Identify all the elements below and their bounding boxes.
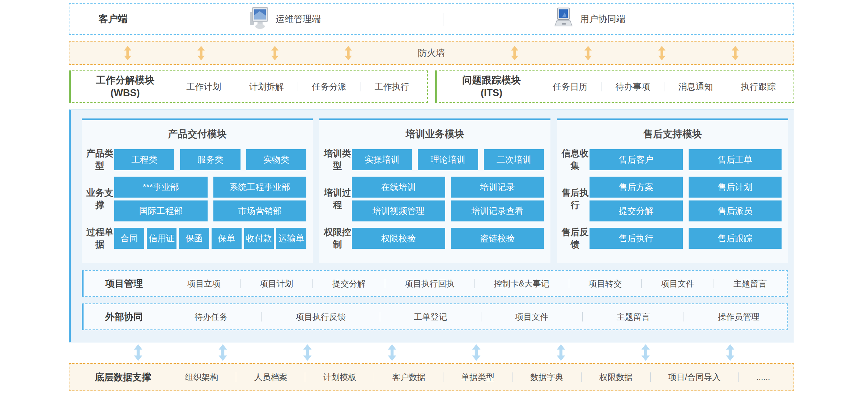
divider xyxy=(240,279,241,288)
node-button: 收付款 xyxy=(244,228,274,249)
node-button: 合同 xyxy=(114,228,144,249)
divider xyxy=(443,13,443,26)
divider xyxy=(738,372,739,382)
firewall-label: 防火墙 xyxy=(418,47,445,59)
divider xyxy=(374,372,374,382)
strip-item: 主题留言 xyxy=(733,278,767,289)
divider xyxy=(727,82,727,91)
strip-item: 控制卡&大事记 xyxy=(494,278,549,289)
its-items: 任务日历 待办事项 消息通知 执行跟踪 xyxy=(546,81,793,92)
node-button: 提交分解 xyxy=(590,200,683,221)
divider xyxy=(581,372,582,382)
wbs-item: 计划拆解 xyxy=(249,81,284,92)
panel-row: 业务支撑 ***事业部 系统工程事业部 国际工程部 市场营销部 xyxy=(85,177,306,221)
wbs-module-title: 工作分解模块 (WBS) xyxy=(71,74,179,99)
panel-row: 信息收集 售后客户 售后工单 xyxy=(561,149,782,170)
row-label: 过程单据 xyxy=(85,228,114,249)
panel-row: 权限控制 权限校验 盗链校验 xyxy=(323,228,544,249)
divider xyxy=(235,82,235,91)
desktop-computer-icon xyxy=(250,7,269,31)
project-management-strip: 项目管理 项目立项 项目计划 提交分解 项目执行回执 控制卡&大事记 项目转交 … xyxy=(82,270,788,297)
double-arrow-icon xyxy=(344,46,352,60)
node-button-row: 售后执行 售后跟踪 xyxy=(590,228,782,249)
double-arrow-icon xyxy=(731,46,739,60)
strip-item: 工单登记 xyxy=(414,311,447,323)
wbs-items: 工作计划 计划拆解 任务分派 工作执行 xyxy=(179,81,427,92)
node-button: 培训记录 xyxy=(451,177,544,198)
divider xyxy=(298,82,298,91)
node-button: 系统工程事业部 xyxy=(213,177,307,198)
data-support-item: 单据类型 xyxy=(461,372,494,383)
its-item: 任务日历 xyxy=(553,81,587,92)
node-button: 售后客户 xyxy=(590,149,683,170)
node-button: 理论培训 xyxy=(418,149,478,170)
its-item: 消息通知 xyxy=(678,81,713,92)
data-flow-arrows-row xyxy=(69,343,794,362)
node-button: 售后执行 xyxy=(590,228,683,249)
wbs-subtitle-text: (WBS) xyxy=(71,87,179,99)
panel-row: 过程单据 合同 信用证 保函 保单 收付款 运输单 xyxy=(85,228,306,249)
divider xyxy=(443,372,443,382)
row-label: 售后反馈 xyxy=(561,228,590,249)
node-button-grid: 在线培训 培训记录 培训视频管理 培训记录查看 xyxy=(352,177,544,221)
data-support-item: 人员档案 xyxy=(254,372,287,383)
double-arrow-icon xyxy=(271,46,279,60)
wbs-its-row: 工作分解模块 (WBS) 工作计划 计划拆解 任务分派 工作执行 问题跟踪模块 … xyxy=(69,70,794,103)
node-button: 实物类 xyxy=(246,149,306,170)
its-item: 待办事项 xyxy=(616,81,650,92)
divider xyxy=(481,312,481,321)
its-module-box: 问题跟踪模块 (ITS) 任务日历 待办事项 消息通知 执行跟踪 xyxy=(435,70,794,103)
node-button: 市场营销部 xyxy=(213,200,307,221)
strip-item: 待办任务 xyxy=(195,311,228,323)
strip-item: 项目计划 xyxy=(260,278,293,289)
data-support-title: 底层数据支撑 xyxy=(69,371,176,384)
panel-row: 售后反馈 售后执行 售后跟踪 xyxy=(561,228,782,249)
divider xyxy=(261,312,262,321)
data-support-item: 权限数据 xyxy=(599,372,633,383)
double-arrow-icon xyxy=(124,46,132,60)
node-button-grid: ***事业部 系统工程事业部 国际工程部 市场营销部 xyxy=(114,177,306,221)
node-button-row: 实操培训 理论培训 二次培训 xyxy=(352,149,544,170)
divider xyxy=(582,312,583,321)
module-panels: 产品交付模块 产品类型 工程类 服务类 实物类 业务支撑 ***事业部 系统工程… xyxy=(71,110,794,263)
strip-item: 提交分解 xyxy=(332,278,366,289)
double-arrow-icon xyxy=(218,344,227,361)
node-button: 二次培训 xyxy=(484,149,544,170)
data-support-item: 项目/合同导入 xyxy=(668,372,720,383)
node-button: 盗链校验 xyxy=(451,228,544,249)
node-button: 售后方案 xyxy=(590,177,683,198)
row-label: 业务支撑 xyxy=(85,177,114,221)
node-button: 工程类 xyxy=(114,149,174,170)
divider xyxy=(714,279,714,288)
data-support-item: ...... xyxy=(756,372,770,382)
node-button: 运输单 xyxy=(276,228,306,249)
its-title-text: 问题跟踪模块 xyxy=(437,74,546,87)
user-terminal-label: 用户协同端 xyxy=(580,13,625,25)
strip-items: 待办任务 项目执行反馈 工单登记 项目文件 主题留言 操作员管理 xyxy=(178,311,787,323)
strip-item: 项目转交 xyxy=(588,278,622,289)
row-label: 信息收集 xyxy=(561,149,590,170)
wbs-item: 工作计划 xyxy=(186,81,221,92)
panel-title: 产品交付模块 xyxy=(82,128,313,141)
strip-item: 项目执行反馈 xyxy=(296,311,346,323)
data-support-item: 计划模板 xyxy=(323,372,356,383)
ops-terminal-group: 运维管理端 xyxy=(250,4,321,34)
divider xyxy=(474,279,475,288)
panel-title: 售后支持模块 xyxy=(557,128,788,141)
node-button: 售后跟踪 xyxy=(689,228,782,249)
its-item: 执行跟踪 xyxy=(741,81,776,92)
divider xyxy=(380,312,380,321)
strip-item: 项目文件 xyxy=(661,278,694,289)
wbs-module-box: 工作分解模块 (WBS) 工作计划 计划拆解 任务分派 工作执行 xyxy=(69,70,428,103)
node-button: 培训记录查看 xyxy=(451,200,544,221)
node-button: 国际工程部 xyxy=(114,200,208,221)
client-tier-bar: 客户端 运维管理端 xyxy=(69,3,794,35)
data-support-item: 组织架构 xyxy=(185,372,218,383)
node-button: 保函 xyxy=(179,228,209,249)
double-arrow-icon xyxy=(584,46,592,60)
row-label: 售后执行 xyxy=(561,177,590,221)
divider xyxy=(361,82,361,91)
client-label: 客户端 xyxy=(98,4,128,34)
node-button-row: 权限校验 盗链校验 xyxy=(352,228,544,249)
training-business-panel: 培训业务模块 培训类型 实操培训 理论培训 二次培训 培训过程 在线培训 培训记… xyxy=(319,118,550,263)
